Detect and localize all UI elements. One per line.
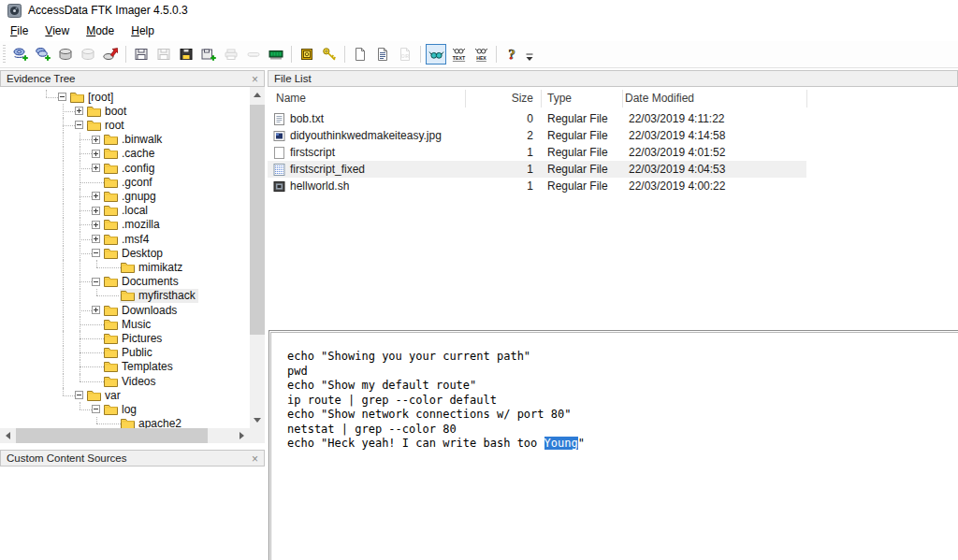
tree-node--cache[interactable]: .cache bbox=[0, 147, 250, 161]
tree-node-documents[interactable]: Documents bbox=[0, 275, 250, 289]
expand-icon[interactable] bbox=[92, 221, 100, 229]
tree-node-videos[interactable]: Videos bbox=[0, 374, 250, 388]
tree-node-mimikatz[interactable]: mimikatz bbox=[0, 260, 250, 274]
tree-node--msf4[interactable]: .msf4 bbox=[0, 232, 250, 246]
file-size: 1 bbox=[458, 146, 533, 159]
tree-node--gconf[interactable]: .gconf bbox=[0, 175, 250, 189]
tree-vertical-scrollbar[interactable] bbox=[250, 87, 265, 428]
blank-document-button[interactable] bbox=[350, 44, 370, 65]
add-evidence-item-button[interactable] bbox=[10, 44, 31, 65]
create-disk-image-button[interactable] bbox=[131, 44, 152, 65]
collapse-icon[interactable] bbox=[58, 93, 66, 101]
tree-node-var[interactable]: var bbox=[0, 388, 250, 402]
tree-node-templates[interactable]: Templates bbox=[0, 360, 250, 374]
file-row-hellworld-sh[interactable]: hellworld.sh1Regular File22/03/2019 4:00… bbox=[268, 178, 806, 194]
expand-icon[interactable] bbox=[92, 164, 100, 172]
tree-node--mozilla[interactable]: .mozilla bbox=[0, 218, 250, 232]
column-size[interactable]: Size bbox=[458, 92, 533, 105]
hex-view-mode-button[interactable]: HEX bbox=[471, 44, 491, 65]
file-row-bob-txt[interactable]: bob.txt0Regular File22/03/2019 4:11:22 bbox=[268, 110, 806, 127]
expand-icon[interactable] bbox=[75, 107, 83, 115]
tree-connector bbox=[46, 97, 59, 98]
folder-icon bbox=[104, 305, 118, 316]
tree-node-downloads[interactable]: Downloads bbox=[0, 303, 250, 317]
expand-icon[interactable] bbox=[92, 207, 100, 215]
scroll-down-icon[interactable] bbox=[250, 412, 265, 428]
tree-node-music[interactable]: Music bbox=[0, 317, 250, 331]
expand-icon[interactable] bbox=[92, 150, 100, 158]
column-divider[interactable] bbox=[622, 90, 623, 108]
image-mounting-button[interactable] bbox=[55, 44, 76, 65]
tree-connector bbox=[80, 409, 93, 410]
tree-node-root[interactable]: root bbox=[0, 118, 250, 132]
tree-node-desktop[interactable]: Desktop bbox=[0, 246, 250, 260]
expand-icon[interactable] bbox=[92, 235, 100, 243]
file-row-didyouthinkwedmakeiteasy-jpg[interactable]: didyouthinkwedmakeiteasy.jpg2Regular Fil… bbox=[268, 127, 806, 144]
custom-content-title: Custom Content Sources bbox=[7, 452, 126, 464]
remove-evidence-item-button[interactable] bbox=[100, 44, 121, 65]
menu-help[interactable]: Help bbox=[123, 22, 163, 40]
help-button[interactable]: ? bbox=[501, 44, 522, 65]
scroll-up-icon[interactable] bbox=[250, 87, 265, 103]
tree-node--local[interactable]: .local bbox=[0, 204, 250, 218]
overflow-arrow[interactable] bbox=[524, 48, 535, 68]
capture-memory-button[interactable] bbox=[266, 44, 286, 65]
add-all-attached-devices-button[interactable] bbox=[33, 44, 53, 65]
close-icon[interactable]: × bbox=[252, 452, 258, 467]
text-view-mode-button[interactable]: TEXT bbox=[448, 44, 469, 65]
collapse-icon[interactable] bbox=[75, 121, 83, 129]
expand-icon[interactable] bbox=[92, 192, 100, 200]
tree-node-label: Desktop bbox=[122, 247, 163, 260]
auto-view-mode-button[interactable] bbox=[426, 44, 446, 65]
tree-guide-line bbox=[63, 218, 64, 232]
file-type: Regular File bbox=[547, 163, 608, 176]
scrollbar-thumb[interactable] bbox=[250, 105, 265, 335]
column-divider[interactable] bbox=[806, 90, 807, 108]
content-viewer[interactable]: echo "Showing you your current path"pwde… bbox=[269, 330, 958, 560]
export-file-hash-list-icon bbox=[201, 47, 216, 62]
tree-connector bbox=[80, 324, 105, 325]
scrollbar-thumb[interactable] bbox=[16, 428, 208, 443]
collapse-icon[interactable] bbox=[75, 391, 83, 399]
tree-node-myfirsthack[interactable]: myfirsthack bbox=[0, 289, 250, 303]
tree-node-log[interactable]: log bbox=[0, 402, 250, 416]
export-files-button[interactable] bbox=[176, 44, 196, 65]
file-row-firstscript[interactable]: firstscript1Regular File22/03/2019 4:01:… bbox=[268, 144, 806, 161]
close-icon[interactable]: × bbox=[252, 72, 258, 87]
collapse-icon[interactable] bbox=[92, 278, 100, 286]
column-divider[interactable] bbox=[465, 90, 466, 108]
tree-node--root-[interactable]: [root] bbox=[0, 90, 250, 104]
scroll-right-icon[interactable] bbox=[234, 428, 250, 443]
expand-icon[interactable] bbox=[92, 136, 100, 144]
document-copy-button[interactable] bbox=[372, 44, 393, 65]
tree-node-boot[interactable]: boot bbox=[0, 104, 250, 118]
detect-efs-encryption-button[interactable] bbox=[319, 44, 340, 65]
menu-file[interactable]: File bbox=[2, 22, 36, 40]
tree-node-pictures[interactable]: Pictures bbox=[0, 331, 250, 345]
scroll-left-icon[interactable] bbox=[0, 428, 16, 443]
column-divider[interactable] bbox=[541, 90, 542, 108]
column-name[interactable]: Name bbox=[276, 92, 306, 105]
tree-node-apache2[interactable]: apache2 bbox=[0, 417, 250, 428]
menu-view[interactable]: View bbox=[36, 22, 78, 40]
collapse-icon[interactable] bbox=[92, 249, 100, 257]
collapse-icon[interactable] bbox=[92, 405, 100, 413]
obtain-protected-files-button[interactable] bbox=[297, 44, 317, 65]
tree-node-public[interactable]: Public bbox=[0, 346, 250, 360]
column-type[interactable]: Type bbox=[547, 92, 572, 105]
folder-icon bbox=[70, 92, 84, 103]
menu-mode[interactable]: Mode bbox=[78, 22, 123, 40]
tree-node--config[interactable]: .config bbox=[0, 161, 250, 175]
expand-icon[interactable] bbox=[92, 306, 100, 314]
tree-node-label: .msf4 bbox=[122, 233, 149, 246]
file-list-header: File List bbox=[268, 70, 958, 87]
file-row-firstscript-fixed[interactable]: firstscript_fixed1Regular File22/03/2019… bbox=[268, 161, 806, 178]
tree-node--gnupg[interactable]: .gnupg bbox=[0, 189, 250, 203]
tree-node-label: Music bbox=[122, 318, 151, 331]
overflow-arrow-icon bbox=[525, 53, 534, 63]
column-date-modified[interactable]: Date Modified bbox=[625, 92, 694, 105]
tree-connector bbox=[80, 402, 80, 409]
tree-node--binwalk[interactable]: .binwalk bbox=[0, 133, 250, 147]
export-file-hash-list-button[interactable] bbox=[198, 44, 219, 65]
tree-horizontal-scrollbar[interactable] bbox=[0, 428, 250, 443]
